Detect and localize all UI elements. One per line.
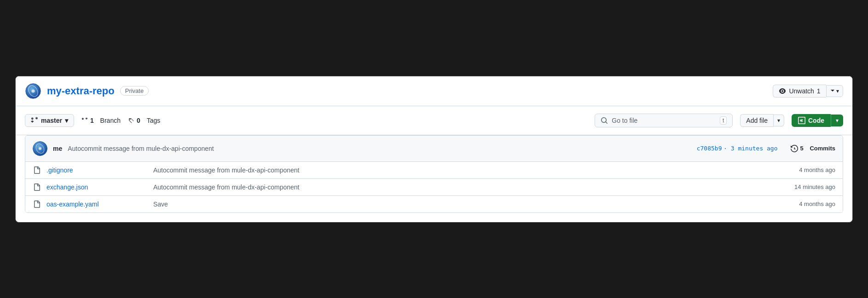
- tag-label: Tags: [147, 117, 161, 124]
- commit-time: 3 minutes ago: [731, 145, 778, 152]
- code-dropdown-button[interactable]: ▾: [831, 115, 843, 126]
- code-icon: [798, 117, 805, 124]
- history-icon: [791, 145, 798, 152]
- git-branch-small-icon: [81, 117, 88, 124]
- file-time: 14 minutes ago: [780, 183, 835, 190]
- repo-name: my-extra-repo: [47, 85, 115, 97]
- git-branch-icon: [31, 117, 38, 124]
- unwatch-label: Unwatch: [789, 87, 814, 95]
- file-row: .gitignore Autocommit message from mule-…: [25, 162, 843, 179]
- file-icon: [33, 166, 41, 174]
- svg-point-2: [31, 89, 35, 92]
- go-to-file-input[interactable]: Go to file t: [595, 114, 733, 127]
- eye-icon: [779, 87, 786, 95]
- add-file-label: Add file: [746, 117, 768, 124]
- file-row: oas-example.yaml Save 4 months ago: [25, 196, 843, 212]
- commit-avatar: [33, 141, 47, 156]
- unwatch-group: Unwatch 1 ▾: [773, 85, 843, 97]
- add-file-button[interactable]: Add file: [740, 114, 774, 127]
- svg-point-5: [39, 147, 41, 150]
- commit-hash-value[interactable]: c7085b9: [697, 145, 722, 152]
- add-file-group: Add file ▾: [740, 114, 784, 127]
- file-commit-message: Save: [153, 201, 775, 208]
- code-group: Code ▾: [792, 114, 843, 127]
- branch-name: master: [41, 117, 62, 124]
- chevron-down-icon: [830, 88, 835, 93]
- repo-toolbar: master ▾ 1 Branch 0 Tags: [16, 106, 852, 135]
- file-time: 4 months ago: [780, 166, 835, 173]
- go-to-file-label: Go to file: [612, 117, 637, 124]
- file-row: exchange.json Autocommit message from mu…: [25, 179, 843, 196]
- code-label: Code: [808, 117, 824, 124]
- tag-count-item[interactable]: 0 Tags: [128, 117, 160, 124]
- commits-count-link[interactable]: 5 Commits: [791, 145, 835, 152]
- commits-count: 5: [800, 145, 804, 152]
- add-file-dropdown-button[interactable]: ▾: [774, 115, 784, 126]
- code-button[interactable]: Code: [792, 114, 831, 127]
- file-list: me Autocommit message from mule-dx-api-c…: [25, 135, 843, 213]
- repository-window: my-extra-repo Private Unwatch 1 ▾: [15, 76, 853, 223]
- file-name[interactable]: .gitignore: [46, 166, 148, 174]
- commit-separator: ·: [723, 145, 731, 152]
- commit-header-row: me Autocommit message from mule-dx-api-c…: [25, 136, 843, 162]
- repo-header: my-extra-repo Private Unwatch 1 ▾: [16, 76, 852, 106]
- commit-user[interactable]: me: [53, 145, 62, 152]
- tag-count: 0: [137, 117, 140, 124]
- file-commit-message: Autocommit message from mule-dx-api-comp…: [153, 183, 775, 191]
- branch-meta: 1 Branch 0 Tags: [81, 117, 160, 124]
- commit-hash: c7085b9 · 3 minutes ago: [697, 145, 778, 152]
- branch-count-item[interactable]: 1 Branch: [81, 117, 121, 124]
- repo-logo-icon: [25, 83, 41, 99]
- repo-header-left: my-extra-repo Private: [25, 83, 149, 99]
- unwatch-count: 1: [817, 87, 821, 95]
- file-time: 4 months ago: [780, 201, 835, 207]
- search-icon: [601, 117, 608, 124]
- branch-count: 1: [90, 117, 94, 124]
- tag-icon: [128, 117, 134, 124]
- file-icon: [33, 201, 41, 208]
- unwatch-button[interactable]: Unwatch 1: [773, 85, 826, 97]
- file-commit-message: Autocommit message from mule-dx-api-comp…: [153, 166, 775, 174]
- private-badge: Private: [120, 86, 149, 96]
- file-name[interactable]: oas-example.yaml: [46, 201, 148, 208]
- branch-selector-button[interactable]: master ▾: [25, 114, 74, 127]
- file-name[interactable]: exchange.json: [46, 183, 148, 191]
- unwatch-dropdown-button[interactable]: ▾: [826, 85, 843, 97]
- file-icon: [33, 183, 41, 191]
- commit-message: Autocommit message from mule-dx-api-comp…: [68, 145, 691, 152]
- branch-label: Branch: [100, 117, 121, 124]
- go-to-file-shortcut: t: [720, 116, 727, 125]
- commits-label: Commits: [810, 145, 835, 152]
